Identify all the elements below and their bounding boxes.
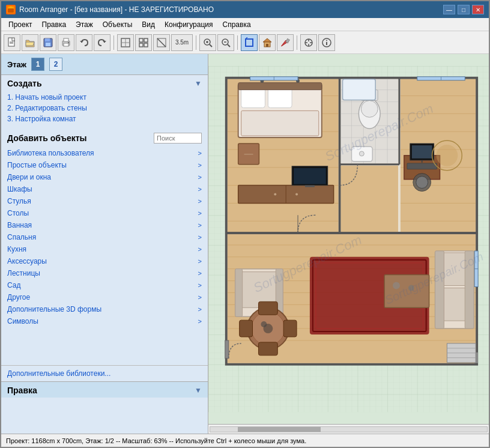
toolbar-print[interactable] [58, 34, 74, 51]
menu-objects[interactable]: Объекты [98, 19, 138, 30]
toolbar-measure-35m[interactable]: 3.5m [171, 34, 193, 51]
close-button[interactable]: ✕ [472, 5, 484, 14]
category-arrow-7: > [198, 234, 202, 241]
toolbar-new[interactable] [4, 34, 20, 51]
category-garden[interactable]: Сад > [1, 279, 208, 291]
libraries-link[interactable]: Дополнительные библиотеки... [1, 365, 208, 381]
edit-header: Правка ▼ [1, 382, 208, 398]
category-chairs[interactable]: Стулья > [1, 195, 208, 207]
edit-section: Правка ▼ [1, 381, 208, 434]
toolbar-3d-box[interactable] [241, 34, 258, 51]
svg-line-23 [157, 38, 166, 47]
toolbar-grid[interactable] [135, 34, 152, 51]
toolbar-info[interactable] [318, 34, 335, 51]
toolbar-open[interactable] [22, 34, 38, 51]
svg-rect-114 [343, 79, 376, 100]
category-doors-windows[interactable]: Двери и окна > [1, 171, 208, 183]
toolbar-scroll[interactable] [300, 34, 317, 51]
floor-plan-svg: Sortugperepair.Com Sortugperepair.Com So… [208, 54, 489, 424]
maximize-button[interactable]: □ [458, 5, 470, 14]
svg-rect-18 [139, 38, 143, 42]
svg-marker-34 [263, 38, 271, 42]
svg-rect-142 [258, 342, 277, 356]
scroll-track[interactable] [210, 426, 488, 432]
canvas-scroll-area[interactable]: Sortugperepair.Com Sortugperepair.Com So… [208, 54, 489, 424]
svg-rect-97 [238, 83, 322, 90]
menu-floor[interactable]: Этаж [71, 19, 98, 30]
category-arrow-8: > [198, 246, 202, 253]
toolbar-redo[interactable] [94, 34, 110, 51]
toolbar-zoom-in[interactable] [199, 34, 216, 51]
svg-point-123 [437, 145, 458, 166]
category-bedroom[interactable]: Спальня > [1, 231, 208, 243]
canvas-area: Sortugperepair.Com Sortugperepair.Com So… [208, 54, 489, 434]
category-accessories[interactable]: Аксессуары > [1, 255, 208, 267]
horizontal-scrollbar[interactable] [208, 424, 489, 434]
scroll-thumb[interactable] [238, 427, 321, 432]
floor-btn-2[interactable]: 2 [49, 58, 62, 71]
menu-help[interactable]: Справка [218, 19, 256, 30]
category-arrow-0: > [198, 150, 202, 157]
edit-collapse-arrow[interactable]: ▼ [195, 386, 202, 395]
toolbar-undo[interactable] [76, 34, 92, 51]
floor-label: Этаж [7, 60, 26, 69]
toolbar: 3.5m [1, 31, 489, 54]
floor-btn-1[interactable]: 1 [31, 58, 44, 71]
svg-rect-1 [8, 8, 14, 13]
toolbar-paint[interactable] [277, 34, 294, 51]
svg-point-105 [295, 193, 298, 195]
status-text: Проект: 1168cm x 700cm, Этаж: 1/2 -- Мас… [6, 437, 306, 444]
sep1 [113, 35, 114, 50]
toolbar-house[interactable] [259, 34, 276, 51]
toolbar-measure-line[interactable] [153, 34, 170, 51]
svg-rect-137 [235, 269, 243, 316]
svg-rect-20 [139, 43, 143, 47]
edit-body [1, 398, 208, 434]
category-symbols[interactable]: Символы > [1, 315, 208, 327]
category-wardrobes[interactable]: Шкафы > [1, 183, 208, 195]
svg-marker-14 [103, 41, 106, 43]
create-item-0[interactable]: 1. Начать новый проект [7, 92, 202, 103]
category-simple-objects[interactable]: Простые объекты > [1, 159, 208, 171]
svg-rect-19 [144, 38, 148, 42]
category-user-library[interactable]: Библиотека пользователя > [1, 147, 208, 159]
svg-point-113 [359, 151, 364, 156]
toolbar-save[interactable] [40, 34, 56, 51]
sep4 [297, 35, 297, 50]
menu-view[interactable]: Вид [137, 19, 160, 30]
toolbar-2d[interactable] [117, 34, 134, 51]
left-panel: Этаж 1 2 Создать ▼ 1. Начать новый проек… [1, 54, 208, 434]
search-input[interactable] [154, 133, 202, 144]
category-arrow-13: > [198, 306, 202, 313]
titlebar-left: Room Arranger - [без названия] - НЕ ЗАРЕ… [6, 5, 214, 14]
svg-rect-119 [407, 163, 437, 169]
window-title: Room Arranger - [без названия] - НЕ ЗАРЕ… [19, 5, 214, 14]
create-item-1[interactable]: 2. Редактировать стены [7, 103, 202, 114]
create-collapse-arrow[interactable]: ▼ [195, 79, 202, 88]
create-section-header: Создать ▼ [1, 75, 208, 91]
category-bathroom[interactable]: Ванная > [1, 219, 208, 231]
toolbar-zoom-out[interactable] [217, 34, 234, 51]
svg-rect-143 [240, 320, 253, 337]
category-arrow-2: > [198, 174, 202, 181]
menu-edit[interactable]: Правка [37, 19, 71, 30]
measure-label: 3.5m [175, 39, 189, 46]
menu-config[interactable]: Конфигурация [160, 19, 218, 30]
category-tables[interactable]: Столы > [1, 207, 208, 219]
category-other[interactable]: Другое > [1, 291, 208, 303]
minimize-button[interactable]: — [443, 5, 455, 14]
menu-project[interactable]: Проект [4, 19, 37, 30]
add-objects-title: Добавить объекты [7, 133, 87, 143]
svg-rect-11 [64, 43, 68, 46]
category-3d-shapes[interactable]: Дополнительные 3D формы > [1, 303, 208, 315]
add-objects-header: Добавить объекты [1, 129, 208, 146]
category-stairs[interactable]: Лестницы > [1, 267, 208, 279]
svg-rect-130 [435, 251, 444, 328]
category-kitchen[interactable]: Кухня > [1, 243, 208, 255]
svg-line-25 [210, 44, 212, 47]
create-item-2[interactable]: 3. Настройка комнат [7, 114, 202, 124]
svg-rect-37 [286, 38, 289, 43]
svg-rect-117 [412, 145, 432, 159]
category-arrow-5: > [198, 210, 202, 217]
category-arrow-9: > [198, 258, 202, 265]
